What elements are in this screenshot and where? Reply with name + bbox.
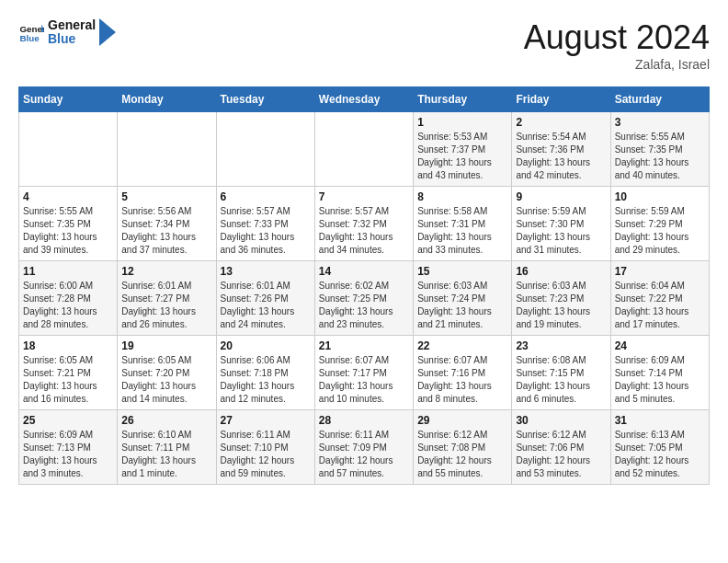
logo-arrow-icon: [99, 18, 116, 46]
day-cell: 17Sunrise: 6:04 AMSunset: 7:22 PMDayligh…: [610, 261, 709, 336]
day-info: Sunrise: 6:01 AMSunset: 7:27 PMDaylight:…: [121, 280, 211, 331]
day-number: 2: [516, 116, 606, 129]
day-cell: 29Sunrise: 6:12 AMSunset: 7:08 PMDayligh…: [414, 410, 512, 485]
day-number: 9: [516, 190, 606, 203]
day-cell: 13Sunrise: 6:01 AMSunset: 7:26 PMDayligh…: [216, 261, 314, 336]
svg-text:Blue: Blue: [19, 33, 40, 43]
day-cell: 14Sunrise: 6:02 AMSunset: 7:25 PMDayligh…: [314, 261, 413, 336]
day-info: Sunrise: 6:03 AMSunset: 7:24 PMDaylight:…: [417, 280, 507, 331]
day-info: Sunrise: 6:09 AMSunset: 7:13 PMDaylight:…: [23, 429, 113, 480]
day-info: Sunrise: 6:12 AMSunset: 7:06 PMDaylight:…: [516, 429, 606, 480]
title-section: August 2024 Zalafa, Israel: [524, 18, 710, 72]
day-cell: 27Sunrise: 6:11 AMSunset: 7:10 PMDayligh…: [216, 410, 314, 485]
day-info: Sunrise: 6:08 AMSunset: 7:15 PMDaylight:…: [516, 354, 606, 406]
week-row-5: 25Sunrise: 6:09 AMSunset: 7:13 PMDayligh…: [19, 410, 710, 485]
day-number: 6: [221, 190, 311, 203]
day-info: Sunrise: 6:09 AMSunset: 7:14 PMDaylight:…: [615, 354, 705, 406]
day-info: Sunrise: 6:02 AMSunset: 7:25 PMDaylight:…: [319, 280, 409, 331]
day-number: 11: [23, 265, 113, 278]
day-number: 26: [121, 414, 211, 427]
day-info: Sunrise: 6:11 AMSunset: 7:09 PMDaylight:…: [319, 429, 409, 480]
day-number: 20: [221, 339, 311, 352]
calendar-table: SundayMondayTuesdayWednesdayThursdayFrid…: [18, 86, 710, 485]
day-number: 10: [615, 190, 705, 203]
day-info: Sunrise: 6:06 AMSunset: 7:18 PMDaylight:…: [221, 354, 311, 406]
day-number: 5: [121, 190, 211, 203]
day-info: Sunrise: 5:57 AMSunset: 7:33 PMDaylight:…: [221, 205, 311, 257]
day-cell: 19Sunrise: 6:05 AMSunset: 7:20 PMDayligh…: [118, 336, 216, 410]
day-number: 4: [23, 190, 113, 203]
calendar-header: SundayMondayTuesdayWednesdayThursdayFrid…: [19, 87, 710, 112]
day-info: Sunrise: 5:59 AMSunset: 7:30 PMDaylight:…: [516, 205, 606, 257]
day-cell: 18Sunrise: 6:05 AMSunset: 7:21 PMDayligh…: [19, 336, 118, 410]
day-cell: 16Sunrise: 6:03 AMSunset: 7:23 PMDayligh…: [512, 261, 610, 336]
day-cell: [118, 112, 216, 187]
day-info: Sunrise: 6:04 AMSunset: 7:22 PMDaylight:…: [615, 280, 705, 331]
day-cell: 23Sunrise: 6:08 AMSunset: 7:15 PMDayligh…: [512, 336, 610, 410]
header-cell-tuesday: Tuesday: [216, 87, 314, 112]
day-info: Sunrise: 6:00 AMSunset: 7:28 PMDaylight:…: [23, 280, 113, 331]
day-number: 22: [417, 339, 507, 352]
day-cell: 4Sunrise: 5:55 AMSunset: 7:35 PMDaylight…: [19, 187, 118, 261]
day-cell: [314, 112, 413, 187]
day-cell: 9Sunrise: 5:59 AMSunset: 7:30 PMDaylight…: [512, 187, 610, 261]
day-number: 3: [615, 116, 705, 129]
day-number: 31: [615, 414, 705, 427]
day-number: 29: [417, 414, 507, 427]
day-cell: 7Sunrise: 5:57 AMSunset: 7:32 PMDaylight…: [314, 187, 413, 261]
header-cell-monday: Monday: [118, 87, 216, 112]
day-info: Sunrise: 6:12 AMSunset: 7:08 PMDaylight:…: [417, 429, 507, 480]
day-info: Sunrise: 6:10 AMSunset: 7:11 PMDaylight:…: [121, 429, 211, 480]
day-cell: 12Sunrise: 6:01 AMSunset: 7:27 PMDayligh…: [118, 261, 216, 336]
day-info: Sunrise: 6:01 AMSunset: 7:26 PMDaylight:…: [221, 280, 311, 331]
day-info: Sunrise: 6:03 AMSunset: 7:23 PMDaylight:…: [516, 280, 606, 331]
month-title: August 2024: [524, 18, 710, 57]
week-row-2: 4Sunrise: 5:55 AMSunset: 7:35 PMDaylight…: [19, 187, 710, 261]
day-cell: 11Sunrise: 6:00 AMSunset: 7:28 PMDayligh…: [19, 261, 118, 336]
svg-marker-3: [99, 18, 116, 46]
day-info: Sunrise: 5:54 AMSunset: 7:36 PMDaylight:…: [516, 131, 606, 182]
day-info: Sunrise: 6:07 AMSunset: 7:16 PMDaylight:…: [417, 354, 507, 406]
day-info: Sunrise: 6:05 AMSunset: 7:21 PMDaylight:…: [23, 354, 113, 406]
day-cell: 28Sunrise: 6:11 AMSunset: 7:09 PMDayligh…: [314, 410, 413, 485]
day-cell: 26Sunrise: 6:10 AMSunset: 7:11 PMDayligh…: [118, 410, 216, 485]
day-number: 18: [23, 339, 113, 352]
day-number: 14: [319, 265, 409, 278]
day-info: Sunrise: 5:57 AMSunset: 7:32 PMDaylight:…: [319, 205, 409, 257]
day-cell: 8Sunrise: 5:58 AMSunset: 7:31 PMDaylight…: [414, 187, 512, 261]
day-number: 16: [516, 265, 606, 278]
page-header: General Blue General Blue August 2024 Za…: [18, 18, 710, 72]
day-info: Sunrise: 6:13 AMSunset: 7:05 PMDaylight:…: [615, 429, 705, 480]
day-cell: 5Sunrise: 5:56 AMSunset: 7:34 PMDaylight…: [118, 187, 216, 261]
day-number: 17: [615, 265, 705, 278]
day-info: Sunrise: 5:55 AMSunset: 7:35 PMDaylight:…: [23, 205, 113, 257]
logo-general: General: [48, 18, 96, 32]
day-cell: [216, 112, 314, 187]
logo-icon: General Blue: [18, 19, 44, 45]
day-cell: 30Sunrise: 6:12 AMSunset: 7:06 PMDayligh…: [512, 410, 610, 485]
day-number: 8: [417, 190, 507, 203]
day-number: 1: [417, 116, 507, 129]
day-number: 7: [319, 190, 409, 203]
header-cell-thursday: Thursday: [414, 87, 512, 112]
week-row-1: 1Sunrise: 5:53 AMSunset: 7:37 PMDaylight…: [19, 112, 710, 187]
day-cell: 24Sunrise: 6:09 AMSunset: 7:14 PMDayligh…: [610, 336, 709, 410]
week-row-4: 18Sunrise: 6:05 AMSunset: 7:21 PMDayligh…: [19, 336, 710, 410]
day-info: Sunrise: 5:55 AMSunset: 7:35 PMDaylight:…: [615, 131, 705, 182]
week-row-3: 11Sunrise: 6:00 AMSunset: 7:28 PMDayligh…: [19, 261, 710, 336]
day-info: Sunrise: 6:05 AMSunset: 7:20 PMDaylight:…: [121, 354, 211, 406]
day-cell: 31Sunrise: 6:13 AMSunset: 7:05 PMDayligh…: [610, 410, 709, 485]
day-cell: 10Sunrise: 5:59 AMSunset: 7:29 PMDayligh…: [610, 187, 709, 261]
day-number: 15: [417, 265, 507, 278]
day-number: 12: [121, 265, 211, 278]
location-label: Zalafa, Israel: [524, 57, 710, 72]
day-cell: 22Sunrise: 6:07 AMSunset: 7:16 PMDayligh…: [414, 336, 512, 410]
day-number: 30: [516, 414, 606, 427]
day-info: Sunrise: 5:53 AMSunset: 7:37 PMDaylight:…: [417, 131, 507, 182]
day-cell: 3Sunrise: 5:55 AMSunset: 7:35 PMDaylight…: [610, 112, 709, 187]
header-cell-sunday: Sunday: [19, 87, 118, 112]
day-cell: 21Sunrise: 6:07 AMSunset: 7:17 PMDayligh…: [314, 336, 413, 410]
calendar-body: 1Sunrise: 5:53 AMSunset: 7:37 PMDaylight…: [19, 112, 710, 485]
day-number: 24: [615, 339, 705, 352]
header-cell-wednesday: Wednesday: [314, 87, 413, 112]
